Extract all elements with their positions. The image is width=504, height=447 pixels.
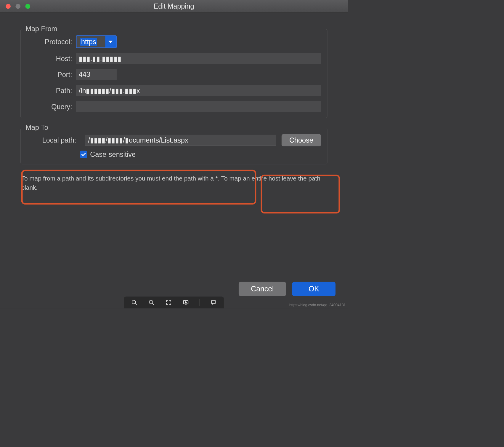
port-input[interactable] <box>76 69 117 80</box>
case-sensitive-label: Case-sensitive <box>90 150 136 158</box>
svg-marker-8 <box>185 301 187 303</box>
local-path-label: Local path: <box>27 136 80 144</box>
fullscreen-icon[interactable] <box>165 299 172 306</box>
map-from-fieldset: Map From Protocol: https Host: Port: Pat… <box>20 29 327 118</box>
port-row: Port: <box>27 69 321 80</box>
host-input[interactable] <box>76 53 321 64</box>
host-label: Host: <box>27 55 76 63</box>
watermark: https://blog.csdn.net/qq_34004131 <box>289 303 346 307</box>
cancel-button[interactable]: Cancel <box>239 282 286 296</box>
hint-text: To map from a path and its subdirectorie… <box>20 174 327 192</box>
window-title: Edit Mapping <box>0 2 348 10</box>
protocol-label: Protocol: <box>27 38 76 46</box>
slideshow-icon[interactable] <box>182 299 189 306</box>
zoom-in-icon[interactable] <box>148 299 155 306</box>
local-path-input[interactable] <box>85 135 276 146</box>
chevron-down-icon <box>105 36 116 47</box>
path-label: Path: <box>27 87 76 95</box>
svg-line-4 <box>152 303 154 305</box>
query-row: Query: <box>27 101 321 112</box>
path-input[interactable] <box>76 85 321 96</box>
map-to-fieldset: Map To Local path: Choose Case-sensitive <box>20 128 327 164</box>
protocol-select[interactable]: https <box>76 35 117 48</box>
titlebar: Edit Mapping <box>0 0 348 13</box>
footer-buttons: Cancel OK <box>239 282 336 296</box>
viewer-toolbar <box>124 297 224 309</box>
checkmark-icon <box>81 151 86 156</box>
content: Map From Protocol: https Host: Port: Pat… <box>0 13 348 192</box>
choose-button[interactable]: Choose <box>282 134 321 146</box>
path-row: Path: <box>27 85 321 96</box>
case-sensitive-row: Case-sensitive <box>80 150 321 158</box>
map-to-legend: Map To <box>23 124 50 132</box>
zoom-out-icon[interactable] <box>131 299 138 306</box>
comment-icon[interactable] <box>210 299 217 306</box>
port-label: Port: <box>27 71 76 79</box>
host-row: Host: <box>27 53 321 64</box>
protocol-row: Protocol: https <box>27 35 321 48</box>
protocol-value: https <box>80 38 97 46</box>
case-sensitive-checkbox[interactable] <box>80 151 87 158</box>
query-label: Query: <box>27 103 76 111</box>
svg-line-1 <box>135 303 137 305</box>
map-from-legend: Map From <box>23 25 59 33</box>
edit-mapping-window: Edit Mapping Map From Protocol: https Ho… <box>0 0 348 309</box>
local-path-row: Local path: Choose <box>27 134 321 146</box>
query-input[interactable] <box>76 101 321 112</box>
toolbar-separator <box>200 299 200 306</box>
ok-button[interactable]: OK <box>292 282 336 296</box>
